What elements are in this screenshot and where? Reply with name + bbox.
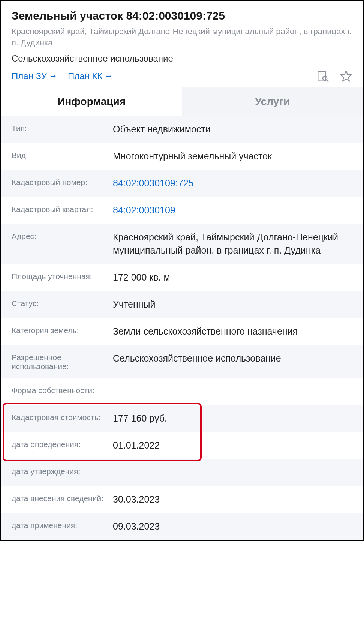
row-value: 09.03.2023 [113,520,352,533]
table-row: дата применения:09.03.2023 [1,513,363,540]
table-row: Вид:Многоконтурный земельный участок [1,143,363,170]
arrow-right-icon: → [49,71,57,81]
table-row: Кадастровый квартал:84:02:0030109 [1,197,363,224]
table-row: Статус:Учтенный [1,291,363,318]
svg-line-2 [327,80,328,82]
plan-kk-link[interactable]: План КК → [68,71,113,81]
row-label: Форма собственности: [12,385,113,395]
tab-info[interactable]: Информация [1,87,182,116]
row-value: 30.03.2023 [113,493,352,506]
row-label: Вид: [12,150,113,160]
info-table: Тип:Объект недвижимостиВид:Многоконтурны… [1,116,363,540]
row-value: - [113,466,352,479]
row-label: Разрешенное использование: [12,352,113,371]
table-row: Форма собственности:- [1,378,363,405]
row-label: Кадастровый номер: [12,177,113,187]
row-value: Сельскохозяйственное использование [113,352,352,365]
row-value: - [113,385,352,398]
row-value: Объект недвижимости [113,123,352,136]
card-header: Земельный участок 84:02:0030109:725 Крас… [1,1,363,87]
row-label: Адрес: [12,231,113,241]
row-label: Категория земель: [12,325,113,335]
usage-text: Сельскохозяйственное использование [12,53,352,64]
row-label: Статус: [12,298,113,308]
row-label: дата внесения сведений: [12,493,113,503]
star-icon[interactable] [340,70,352,83]
tab-services[interactable]: Услуги [182,87,363,116]
row-value: Красноярский край, Таймырский Долгано-Не… [113,231,352,257]
row-label: Кадастровый квартал: [12,204,113,214]
svg-marker-3 [341,71,351,81]
table-row: дата утверждения:- [1,459,363,486]
table-row: дата внесения сведений:30.03.2023 [1,486,363,513]
row-value: 177 160 руб. [113,412,352,425]
search-doc-icon[interactable] [316,70,329,83]
page-title: Земельный участок 84:02:0030109:725 [12,9,352,22]
row-label: Площадь уточненная: [12,271,113,281]
row-value: 172 000 кв. м [113,271,352,284]
row-value-link[interactable]: 84:02:0030109 [113,204,352,217]
table-row: Кадастровая стоимость:177 160 руб. [1,405,363,432]
plan-zu-link[interactable]: План ЗУ → [12,71,57,81]
table-row: Площадь уточненная:172 000 кв. м [1,264,363,291]
row-value: Земли сельскохозяйственного назначения [113,325,352,338]
arrow-right-icon: → [105,71,113,81]
plan-kk-label: План КК [68,71,102,81]
svg-point-1 [323,76,327,80]
table-row: Разрешенное использование:Сельскохозяйст… [1,345,363,378]
land-card: Земельный участок 84:02:0030109:725 Крас… [0,0,364,541]
row-label: дата применения: [12,520,113,530]
table-row: Адрес:Красноярский край, Таймырский Долг… [1,224,363,264]
tabs: Информация Услуги [1,87,363,116]
plan-zu-label: План ЗУ [12,71,47,81]
table-row: Категория земель:Земли сельскохозяйствен… [1,318,363,345]
table-row: Тип:Объект недвижимости [1,116,363,143]
row-value: Учтенный [113,298,352,311]
row-label: Тип: [12,123,113,133]
row-label: Кадастровая стоимость: [12,412,113,422]
address-subtitle: Красноярский край, Таймырский Долгано-Не… [12,26,352,48]
table-row: дата определения:01.01.2022 [1,432,363,459]
table-row: Кадастровый номер:84:02:0030109:725 [1,170,363,197]
links-row: План ЗУ → План КК → [12,70,352,83]
row-value-link[interactable]: 84:02:0030109:725 [113,177,352,190]
row-value: Многоконтурный земельный участок [113,150,352,163]
row-value: 01.01.2022 [113,439,352,452]
row-label: дата определения: [12,439,113,449]
row-label: дата утверждения: [12,466,113,476]
